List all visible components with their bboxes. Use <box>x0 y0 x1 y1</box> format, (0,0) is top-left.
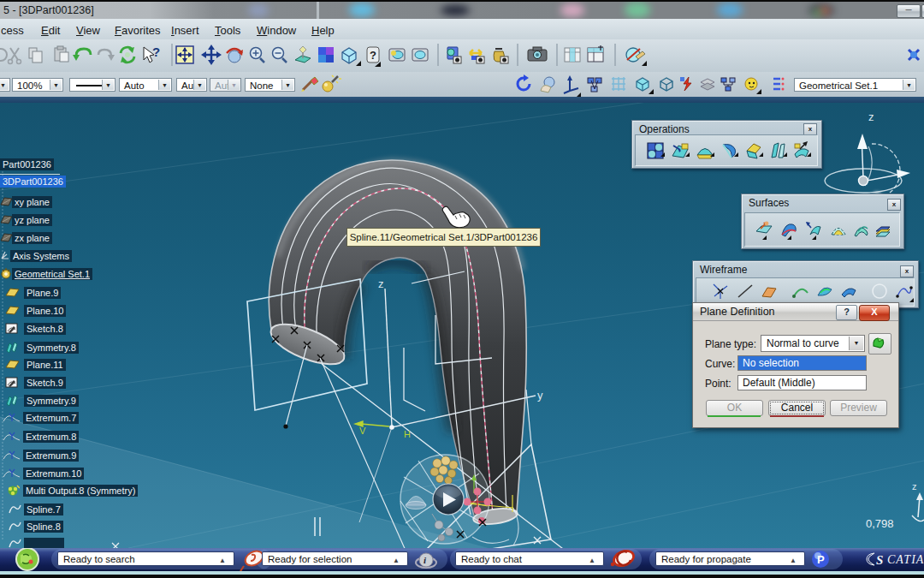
svg-text:P: P <box>817 553 825 566</box>
svg-text:z: z <box>912 481 917 492</box>
svg-text:H: H <box>404 429 411 439</box>
svg-text:z: z <box>868 110 874 123</box>
svg-text:S: S <box>876 553 883 567</box>
svg-text:?: ? <box>370 49 376 62</box>
svg-text:V: V <box>359 426 366 436</box>
svg-text:0,798: 0,798 <box>866 517 894 530</box>
svg-text:?: ? <box>152 45 160 59</box>
svg-text:z: z <box>378 277 384 290</box>
svg-text:CATIA: CATIA <box>887 553 924 566</box>
svg-text:y: y <box>537 389 543 402</box>
